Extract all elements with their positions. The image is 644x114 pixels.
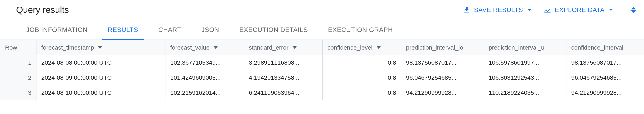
- column-header-forecast-timestamp[interactable]: forecast_timestamp: [36, 40, 166, 55]
- column-label: forecast_value: [170, 44, 210, 51]
- download-icon: [463, 6, 471, 14]
- tab-job-information[interactable]: JOB INFORMATION: [16, 20, 98, 40]
- cell-forecast-value: 102.3677105349...: [166, 55, 244, 70]
- header-actions: SAVE RESULTS EXPLORE DATA: [463, 6, 636, 14]
- cell-standard-error: 4.194201334758...: [244, 70, 322, 85]
- sort-caret-icon: [376, 46, 381, 49]
- dropdown-caret-icon: [527, 9, 531, 11]
- tab-execution-details[interactable]: EXECUTION DETAILS: [229, 20, 318, 40]
- cell-confidence-interval: 98.13756087017...: [566, 55, 644, 70]
- cell-row-num: 1: [0, 55, 36, 70]
- cell-confidence-level: 0.8: [322, 70, 401, 85]
- column-header-confidence-interval[interactable]: confidence_interval: [566, 40, 644, 55]
- cell-prediction-interval-u: 106.5978601997...: [484, 55, 566, 70]
- cell-prediction-interval-u: 110.2189224035...: [484, 85, 566, 100]
- sort-caret-icon: [214, 46, 218, 49]
- sort-caret-icon: [292, 46, 296, 49]
- tab-chart[interactable]: CHART: [148, 20, 192, 40]
- column-header-prediction-interval-u[interactable]: prediction_interval_u: [484, 40, 566, 55]
- table-header-row: Row forecast_timestamp forecast_value: [0, 40, 644, 55]
- results-tabs: JOB INFORMATION RESULTS CHART JSON EXECU…: [0, 20, 644, 40]
- table-row: 3 2024-08-10 00:00:00 UTC 102.2159162014…: [0, 85, 644, 100]
- explore-data-label: EXPLORE DATA: [555, 6, 604, 14]
- cell-prediction-interval-lo: 96.04679254685...: [401, 70, 484, 85]
- cell-standard-error: 6.241199063964...: [244, 85, 322, 100]
- cell-prediction-interval-u: 106.8031292543...: [484, 70, 566, 85]
- column-label: confidence_level: [328, 44, 372, 51]
- column-label: confidence_interval: [571, 44, 624, 51]
- cell-prediction-interval-lo: 98.13756087017...: [401, 55, 484, 70]
- cell-confidence-level: 0.8: [322, 85, 401, 100]
- chart-icon: [544, 6, 552, 14]
- cell-forecast-value: 101.4249609005...: [166, 70, 244, 85]
- results-table: Row forecast_timestamp forecast_value: [0, 40, 644, 100]
- column-label: prediction_interval_lo: [406, 44, 463, 51]
- cell-prediction-interval-lo: 94.21290999928...: [401, 85, 484, 100]
- cell-forecast-timestamp: 2024-08-09 00:00:00 UTC: [36, 70, 166, 85]
- cell-row-num: 3: [0, 85, 36, 100]
- cell-standard-error: 3.298911116808...: [244, 55, 322, 70]
- chevron-down-icon: [631, 10, 636, 13]
- cell-row-num: 2: [0, 70, 36, 85]
- column-header-prediction-interval-lo[interactable]: prediction_interval_lo: [401, 40, 484, 55]
- save-results-button[interactable]: SAVE RESULTS: [463, 6, 531, 14]
- cell-forecast-value: 102.2159162014...: [166, 85, 244, 100]
- results-table-wrapper: Row forecast_timestamp forecast_value: [0, 40, 644, 114]
- chevron-up-icon: [631, 7, 636, 9]
- cell-forecast-timestamp: 2024-08-10 00:00:00 UTC: [36, 85, 166, 100]
- cell-confidence-interval: 94.21290999928...: [566, 85, 644, 100]
- column-label: forecast_timestamp: [41, 44, 94, 51]
- column-header-forecast-value[interactable]: forecast_value: [166, 40, 244, 55]
- column-label: Row: [5, 44, 17, 51]
- cell-confidence-level: 0.8: [322, 55, 401, 70]
- page-title: Query results: [16, 5, 463, 15]
- column-label: prediction_interval_u: [489, 44, 544, 51]
- results-header: Query results SAVE RESULTS EXPLORE DATA: [0, 0, 644, 20]
- tab-results[interactable]: RESULTS: [98, 20, 148, 40]
- explore-data-button[interactable]: EXPLORE DATA: [544, 6, 613, 14]
- table-row: 2 2024-08-09 00:00:00 UTC 101.4249609005…: [0, 70, 644, 85]
- expand-collapse-button[interactable]: [631, 7, 636, 13]
- column-header-row[interactable]: Row: [0, 40, 36, 55]
- column-header-standard-error[interactable]: standard_error: [244, 40, 322, 55]
- cell-confidence-interval: 96.04679254685...: [566, 70, 644, 85]
- column-label: standard_error: [249, 44, 288, 51]
- save-results-label: SAVE RESULTS: [474, 6, 523, 14]
- table-row: 1 2024-08-08 00:00:00 UTC 102.3677105349…: [0, 55, 644, 70]
- tab-execution-graph[interactable]: EXECUTION GRAPH: [318, 20, 403, 40]
- dropdown-caret-icon: [609, 9, 613, 11]
- tab-json[interactable]: JSON: [191, 20, 229, 40]
- sort-caret-icon: [98, 46, 102, 49]
- cell-forecast-timestamp: 2024-08-08 00:00:00 UTC: [36, 55, 166, 70]
- column-header-confidence-level[interactable]: confidence_level: [322, 40, 401, 55]
